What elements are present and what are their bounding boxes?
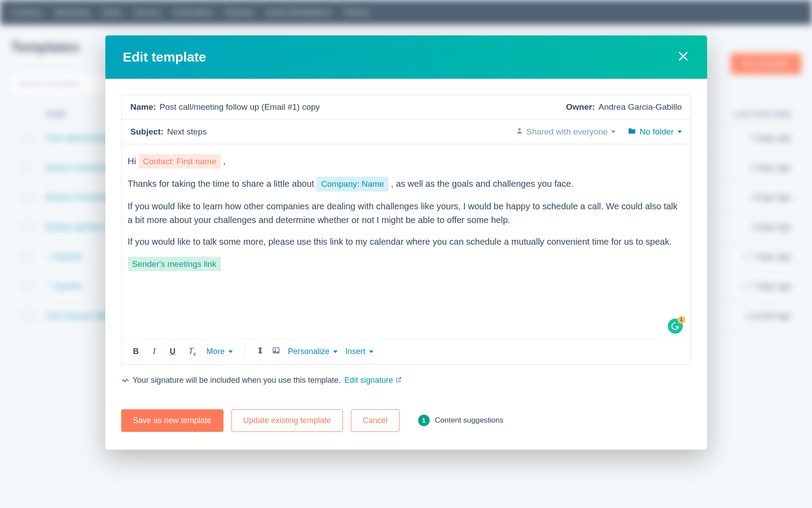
subject-label: Subject: [131, 127, 164, 137]
italic-button[interactable]: I [150, 345, 159, 358]
modal-header: Edit template [105, 35, 707, 79]
greeting-line: Hi Contact: First name , [128, 154, 680, 169]
modal-overlay: Edit template Name: Post call/meeting fo… [0, 0, 812, 508]
editor: Hi Contact: First name , Thanks for taki… [121, 144, 691, 365]
grammarly-icon [671, 322, 680, 331]
token-contact-first-name[interactable]: Contact: First name [139, 154, 221, 169]
cancel-button[interactable]: Cancel [351, 409, 400, 432]
caret-down-icon [333, 350, 338, 353]
meta-box: Name: Post call/meeting follow up (Email… [121, 95, 691, 144]
save-as-new-button[interactable]: Save as new template [121, 409, 223, 432]
image-button[interactable] [272, 346, 280, 357]
toolbar-separator [244, 345, 245, 358]
text: , [223, 156, 226, 166]
editor-body[interactable]: Hi Contact: First name , Thanks for taki… [122, 144, 691, 339]
folder-dropdown[interactable]: No folder [628, 127, 681, 137]
signature-icon [121, 375, 129, 385]
close-icon [677, 50, 689, 62]
edit-template-modal: Edit template Name: Post call/meeting fo… [105, 35, 707, 450]
grammarly-badge[interactable]: 1 [668, 319, 683, 334]
clear-format-button[interactable]: Tx [186, 345, 199, 359]
external-link-icon [396, 376, 402, 385]
modal-body: Name: Post call/meeting follow up (Email… [105, 79, 707, 396]
modal-title: Edit template [123, 50, 206, 65]
link-button[interactable] [256, 346, 264, 357]
insert-dropdown[interactable]: Insert [346, 347, 373, 356]
suggestions-count: 1 [418, 415, 430, 426]
grammarly-count: 1 [677, 316, 685, 324]
subject-value: Next steps [167, 127, 207, 137]
edit-signature-link[interactable]: Edit signature [344, 376, 402, 385]
paragraph-3: If you would like to talk some more, ple… [128, 235, 680, 249]
bold-button[interactable]: B [131, 345, 142, 358]
name-label: Name: [131, 102, 156, 112]
paragraph-2: If you would like to learn how other com… [128, 200, 680, 227]
svg-point-2 [274, 349, 276, 350]
modal-footer: Save as new template Update existing tem… [105, 396, 707, 450]
folder-label: No folder [639, 127, 673, 137]
underline-button[interactable]: U [167, 345, 178, 358]
shared-with-dropdown[interactable]: Shared with everyone [516, 127, 616, 137]
svg-point-0 [518, 128, 520, 131]
more-dropdown[interactable]: More [207, 347, 233, 356]
paragraph-1: Thanks for taking the time to share a li… [128, 177, 680, 191]
caret-down-icon [611, 131, 616, 133]
personalize-label: Personalize [288, 347, 330, 356]
name-row[interactable]: Name: Post call/meeting follow up (Email… [122, 95, 691, 119]
person-icon [516, 127, 523, 137]
close-button[interactable] [677, 50, 689, 64]
name-value: Post call/meeting follow up (Email #1) c… [160, 102, 320, 112]
suggestions-label: Content suggestions [435, 416, 504, 425]
text: Hi [128, 156, 139, 166]
editor-toolbar: B I U Tx More Personalize [122, 339, 691, 364]
caret-down-icon [228, 350, 233, 353]
folder-icon [628, 127, 636, 137]
text: Thanks for taking the time to share a li… [128, 179, 317, 189]
token-company-name[interactable]: Company: Name [316, 177, 389, 191]
text: , as well as the goals and challenges yo… [391, 179, 573, 189]
personalize-dropdown[interactable]: Personalize [288, 347, 338, 356]
edit-signature-label: Edit signature [344, 376, 393, 385]
content-suggestions[interactable]: 1 Content suggestions [418, 415, 504, 426]
update-existing-button[interactable]: Update existing template [231, 409, 343, 432]
owner-value: Andrea Garcia-Gabillo [599, 102, 682, 112]
more-label: More [207, 347, 225, 356]
owner-label: Owner: [566, 102, 595, 112]
insert-label: Insert [346, 347, 366, 356]
shared-label: Shared with everyone [527, 127, 608, 137]
subject-row[interactable]: Subject: Next steps Shared with everyone… [122, 119, 691, 144]
token-meetings-link[interactable]: Sender's meetings link [128, 257, 221, 271]
signature-row: Your signature will be included when you… [121, 375, 691, 385]
caret-down-icon [369, 350, 373, 353]
caret-down-icon [677, 131, 682, 133]
signature-text: Your signature will be included when you… [133, 376, 341, 385]
